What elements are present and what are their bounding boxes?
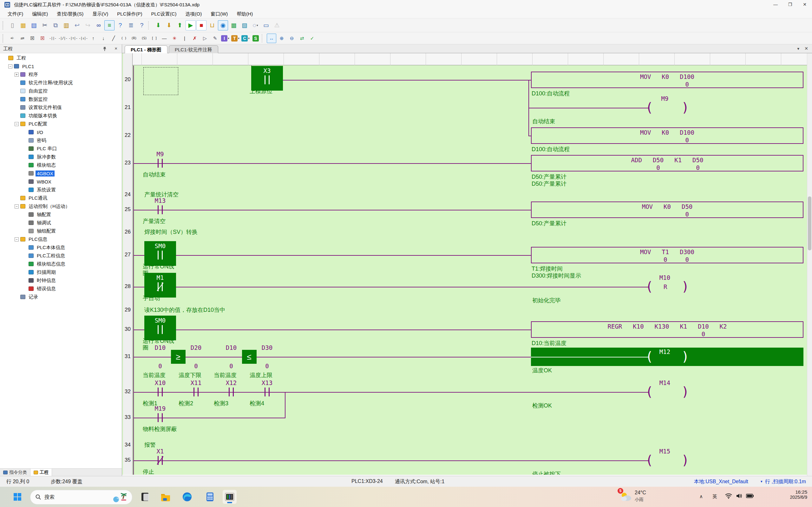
weather-widget[interactable]: 524°C小雨 bbox=[620, 489, 668, 504]
menu-item-1[interactable]: 编辑(E) bbox=[28, 10, 52, 18]
contact-closed-icon[interactable]: -|/|- bbox=[58, 34, 67, 43]
tree-item-[interactable]: 轴调试 bbox=[0, 219, 122, 227]
collapse-icon[interactable]: − bbox=[14, 237, 19, 241]
tree-item-[interactable]: 功能版本切换 bbox=[0, 112, 122, 120]
taskbar-search[interactable]: 搜索 bbox=[30, 490, 132, 504]
file-explorer-taskbar-icon[interactable] bbox=[159, 490, 172, 504]
insert-node-icon[interactable]: +⊦ bbox=[7, 34, 17, 43]
panel-tab-project[interactable]: 工程 bbox=[31, 469, 52, 476]
scrollbar-thumb[interactable] bbox=[808, 196, 811, 250]
instruction-s-icon[interactable]: S bbox=[251, 34, 260, 43]
monitor-mode-icon[interactable]: ◉ bbox=[218, 20, 228, 31]
coil-set-icon[interactable]: (S) bbox=[139, 34, 149, 43]
download-program-icon[interactable]: ⬇ bbox=[153, 20, 163, 31]
tree-item-[interactable]: 模块组态 bbox=[0, 161, 122, 169]
link-dropdown-icon[interactable]: ▾ bbox=[761, 480, 763, 484]
tree-item-[interactable]: 系统设置 bbox=[0, 186, 122, 194]
tree-item-plc[interactable]: PLC 串口 bbox=[0, 145, 122, 153]
tree-item-plc[interactable]: PLC通讯 bbox=[0, 194, 122, 202]
line-slash-icon[interactable]: ╱ bbox=[109, 34, 118, 43]
delete-row-icon[interactable]: ☒ bbox=[38, 34, 47, 43]
statement-note-icon[interactable]: ≣ bbox=[126, 20, 136, 31]
panel-tab-instructions[interactable]: 指令分类 bbox=[0, 469, 31, 476]
tree-item-plc[interactable]: −PLC配置 bbox=[0, 120, 122, 128]
zoom-out-icon[interactable]: ⊖ bbox=[287, 34, 297, 43]
menu-item-5[interactable]: PLC设置(C) bbox=[147, 10, 181, 18]
download-secret-icon[interactable]: ⬇ bbox=[164, 20, 174, 31]
pin-icon[interactable] bbox=[102, 46, 107, 51]
dark-app-taskbar-icon[interactable] bbox=[139, 490, 153, 504]
menu-item-6[interactable]: 选项(O) bbox=[181, 10, 206, 18]
collapse-icon[interactable]: − bbox=[14, 122, 19, 126]
delete-node-icon[interactable]: ☒ bbox=[28, 34, 37, 43]
contact-falling-icon[interactable]: -|↓|- bbox=[78, 34, 88, 43]
plc-run-icon[interactable]: ▶ bbox=[186, 20, 196, 31]
zoom-monitor-dropdown-icon[interactable]: ▾ bbox=[257, 24, 258, 27]
ime-indicator[interactable]: 英 bbox=[712, 494, 717, 500]
menu-item-8[interactable]: 帮助(H) bbox=[232, 10, 257, 18]
line-down-icon[interactable]: ↓ bbox=[99, 34, 108, 43]
ladder-view-icon[interactable]: ≡ bbox=[104, 20, 114, 31]
tree-item-[interactable]: 脉冲参数 bbox=[0, 153, 122, 161]
vertical-scrollbar[interactable] bbox=[807, 53, 812, 476]
tree-item-[interactable]: 记录 bbox=[0, 293, 122, 301]
maximize-button[interactable]: ❐ bbox=[783, 0, 798, 9]
delete-vertical-icon[interactable]: ✗ bbox=[190, 34, 200, 43]
com-config-icon[interactable]: ▭ bbox=[261, 20, 271, 31]
plc-stop-icon[interactable]: ■ bbox=[196, 20, 206, 31]
instruction-c-dropdown-icon[interactable]: ▾ bbox=[248, 37, 250, 40]
tree-item-[interactable]: +程序 bbox=[0, 70, 122, 78]
cut-icon[interactable]: ✂ bbox=[40, 20, 50, 31]
tree-item-[interactable]: 设置软元件初值 bbox=[0, 103, 122, 112]
tree-item-[interactable]: 扫描周期 bbox=[0, 268, 122, 276]
tab-device-comment[interactable]: PLC1-软元件注释 bbox=[169, 45, 218, 54]
tree-item-[interactable]: 数据监控 bbox=[0, 95, 122, 103]
zoom-monitor-icon[interactable]: ◌▾ bbox=[250, 20, 260, 31]
ladder-editor[interactable]: 20X3上模原位MOVK0D1000D100:自动流程21M9()自动结束22M… bbox=[122, 53, 807, 475]
tree-item-[interactable]: 错误信息 bbox=[0, 285, 122, 293]
line-up-icon[interactable]: ↑ bbox=[89, 34, 98, 43]
edge-taskbar-icon[interactable] bbox=[180, 490, 194, 504]
tree-item-[interactable]: 轴组配置 bbox=[0, 227, 122, 235]
tree-item-4gbox[interactable]: 4GBOX bbox=[0, 169, 122, 177]
menu-item-7[interactable]: 窗口(W) bbox=[206, 10, 232, 18]
menu-item-0[interactable]: 文件(F) bbox=[3, 10, 28, 18]
coil-out-icon[interactable]: ( ) bbox=[119, 34, 129, 43]
ladder-il-convert-icon[interactable]: ⇄ bbox=[297, 34, 307, 43]
tree-item-[interactable]: 软元件注释/使用状况 bbox=[0, 78, 122, 87]
save-project-icon[interactable]: ▤ bbox=[29, 20, 39, 31]
instruction-t-icon[interactable]: T▾ bbox=[231, 34, 240, 43]
expand-icon[interactable]: + bbox=[14, 72, 19, 77]
wifi-icon[interactable] bbox=[725, 493, 732, 499]
minimize-button[interactable]: — bbox=[768, 0, 783, 9]
menu-item-3[interactable]: 显示(V) bbox=[88, 10, 113, 18]
collapse-icon[interactable]: − bbox=[8, 64, 12, 68]
find-icon[interactable]: ∞ bbox=[94, 20, 104, 31]
instruction-c-icon[interactable]: C▾ bbox=[241, 34, 250, 43]
instruction-i-icon[interactable]: I▾ bbox=[220, 34, 230, 43]
tree-item-wbox[interactable]: WBOX bbox=[0, 177, 122, 186]
zoom-in-icon[interactable]: ⊕ bbox=[277, 34, 287, 43]
paste-icon[interactable]: ▥ bbox=[61, 20, 71, 31]
tree-item-plc[interactable]: PLC工程信息 bbox=[0, 251, 122, 260]
tree-item-[interactable]: 自由监控 bbox=[0, 87, 122, 95]
start-button[interactable] bbox=[10, 490, 24, 504]
calculator-taskbar-icon[interactable] bbox=[203, 490, 217, 504]
new-file-icon[interactable]: ▯ bbox=[7, 20, 17, 31]
change-monitor-icon[interactable]: ▧ bbox=[240, 20, 250, 31]
delete-star-icon[interactable]: ✳ bbox=[170, 34, 179, 43]
close-button[interactable]: ✕ bbox=[798, 0, 812, 9]
collapse-icon[interactable]: − bbox=[14, 205, 19, 209]
tree-item-[interactable]: 时钟信息 bbox=[0, 276, 122, 285]
tree-item-[interactable]: 模块组态信息 bbox=[0, 260, 122, 268]
data-monitor-icon[interactable]: ▦ bbox=[229, 20, 239, 31]
line-horizontal-icon[interactable]: — bbox=[159, 34, 169, 43]
upload-program-icon[interactable]: ⬆ bbox=[175, 20, 185, 31]
battery-icon[interactable] bbox=[746, 494, 754, 498]
menu-item-2[interactable]: 查找\替换(S) bbox=[52, 10, 88, 18]
tree-item-h[interactable]: −运动控制（H运动） bbox=[0, 202, 122, 210]
instruction-t-dropdown-icon[interactable]: ▾ bbox=[238, 37, 240, 40]
device-comment-icon[interactable]: ? bbox=[115, 20, 125, 31]
link-status[interactable]: 本地:USB_Xnet_Default bbox=[694, 478, 748, 485]
plc-tool-taskbar-icon[interactable] bbox=[223, 490, 237, 504]
